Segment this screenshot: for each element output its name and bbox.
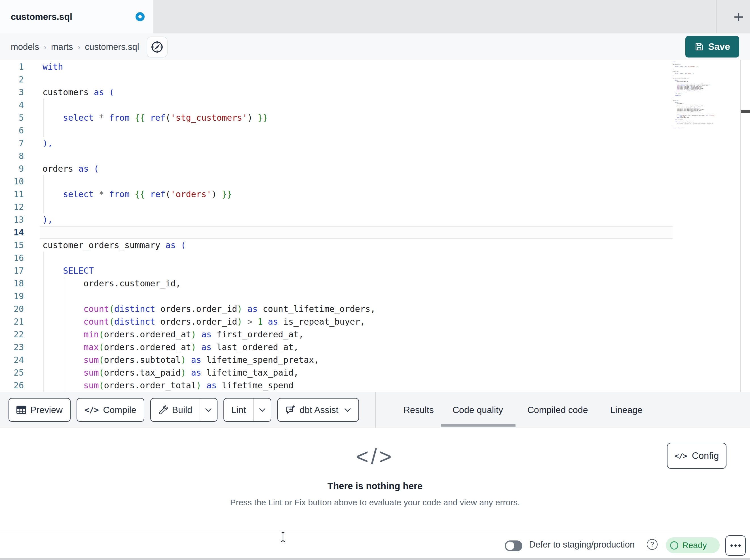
compass-icon [150, 40, 164, 54]
code-line-text: count(distinct orders.order_id) as count… [42, 303, 375, 315]
file-tab-customers-sql[interactable]: customers.sql [0, 0, 153, 34]
compass-button[interactable] [146, 37, 167, 58]
code-line-text: orders as ( [42, 162, 99, 175]
new-tab-button[interactable]: + [733, 8, 744, 25]
code-line[interactable]: 7), [0, 137, 750, 149]
code-line[interactable]: 22 min(orders.ordered_at) as first_order… [0, 328, 750, 341]
code-line[interactable]: 17 SELECT [0, 264, 750, 277]
line-number: 24 [0, 353, 24, 366]
code-line[interactable]: 20 count(distinct orders.order_id) as co… [0, 303, 750, 315]
help-glyph: ? [650, 540, 654, 548]
code-line[interactable]: 18 orders.customer_id, [0, 277, 750, 290]
code-line[interactable]: 2 [0, 73, 750, 86]
code-brackets-icon: </> [84, 405, 99, 415]
build-button-label: Build [172, 405, 192, 415]
tab-code-quality[interactable]: Code quality [453, 405, 503, 415]
line-number: 13 [0, 213, 24, 226]
code-line-text: max(orders.ordered_at) as last_ordered_a… [42, 341, 299, 353]
code-line[interactable]: 5 select * from {{ ref('stg_customers') … [0, 111, 750, 124]
code-line[interactable]: 12 [0, 201, 750, 213]
tab-lineage[interactable]: Lineage [610, 405, 643, 415]
toggle-knob [506, 542, 514, 550]
code-line[interactable]: 25 sum(orders.tax_paid) as lifetime_tax_… [0, 366, 750, 379]
code-line[interactable]: 6 [0, 124, 750, 137]
tab-strip: customers.sql + [0, 0, 750, 34]
line-number: 16 [0, 251, 24, 264]
code-quality-panel: </> There is nothing here Press the Lint… [0, 428, 750, 531]
code-line-text: count(distinct orders.order_id) > 1 as i… [42, 315, 365, 328]
code-line-text: sum(orders.subtotal) as lifetime_spend_p… [42, 353, 319, 366]
code-line[interactable]: 21 count(distinct orders.order_id) > 1 a… [0, 315, 750, 328]
code-line[interactable]: 14 [0, 226, 750, 239]
code-line[interactable]: 16 [0, 251, 750, 264]
line-number: 19 [0, 290, 24, 303]
empty-state: </> There is nothing here Press the Lint… [177, 444, 574, 507]
breadcrumb-marts[interactable]: marts [51, 42, 73, 52]
tab-compiled-code[interactable]: Compiled code [528, 405, 588, 415]
line-number: 22 [0, 328, 24, 341]
code-line-text: SELECT [42, 264, 94, 277]
code-line-text: ), [42, 213, 53, 226]
indent-guide [43, 175, 44, 213]
code-line[interactable]: 4 [0, 99, 750, 111]
code-line[interactable]: 13), [0, 213, 750, 226]
code-line[interactable]: 3customers as ( [0, 86, 750, 99]
status-bar: Defer to staging/production ? Ready [0, 531, 750, 560]
config-button[interactable]: </> Config [667, 443, 727, 469]
breadcrumb-models[interactable]: models [11, 42, 39, 52]
breadcrumb-file: customers.sql [85, 42, 139, 52]
line-number: 20 [0, 303, 24, 315]
indent-guide [43, 99, 44, 137]
defer-toggle[interactable] [505, 540, 522, 551]
code-editor[interactable]: 1with23customers as (45 select * from {{… [0, 60, 750, 392]
minimap-content: with customers as ( select * from {{ ref… [673, 61, 717, 129]
text-cursor-icon [280, 532, 286, 543]
dbt-assist-button[interactable]: dbt Assist [277, 398, 359, 422]
line-number: 6 [0, 124, 24, 137]
code-line[interactable]: 8 [0, 149, 750, 162]
code-line-text: min(orders.ordered_at) as first_ordered_… [42, 328, 304, 341]
lint-dropdown-button[interactable] [254, 398, 271, 421]
scrollbar-thumb[interactable] [741, 110, 750, 113]
code-line[interactable]: 9orders as ( [0, 162, 750, 175]
preview-button-label: Preview [30, 405, 63, 415]
line-number: 17 [0, 264, 24, 277]
line-number: 11 [0, 188, 24, 201]
build-split-button[interactable]: Build [150, 398, 217, 422]
line-number: 26 [0, 379, 24, 392]
tab-results[interactable]: Results [403, 405, 434, 415]
help-icon[interactable]: ? [647, 539, 657, 550]
breadcrumb-bar: models › marts › customers.sql Save [0, 34, 750, 60]
build-dropdown-button[interactable] [200, 398, 217, 421]
code-line[interactable]: 10 [0, 175, 750, 188]
line-number: 9 [0, 162, 24, 175]
more-options-button[interactable] [725, 535, 746, 556]
unsaved-changes-dot-icon [136, 12, 145, 21]
code-line[interactable]: 1with [0, 60, 750, 73]
code-line[interactable]: 23 max(orders.ordered_at) as last_ordere… [0, 341, 750, 353]
code-line-text: select * from {{ ref('stg_customers') }} [42, 111, 268, 124]
save-floppy-icon [694, 42, 704, 51]
ellipsis-icon [730, 544, 733, 547]
line-number: 15 [0, 239, 24, 251]
editor-toolbar: Preview </> Compile Build Lint [0, 392, 750, 428]
code-line[interactable]: 11 select * from {{ ref('orders') }} [0, 188, 750, 201]
save-button[interactable]: Save [685, 36, 739, 58]
lint-split-button[interactable]: Lint [223, 398, 271, 422]
defer-label: Defer to staging/production [529, 540, 635, 550]
preview-button[interactable]: Preview [8, 398, 71, 422]
chevron-down-icon [344, 408, 351, 412]
code-line[interactable]: 19 [0, 290, 750, 303]
compile-button[interactable]: </> Compile [77, 398, 144, 422]
code-line-text: customer_orders_summary as ( [42, 239, 186, 251]
save-button-label: Save [708, 41, 730, 52]
code-line[interactable]: 24 sum(orders.subtotal) as lifetime_spen… [0, 353, 750, 366]
code-line-text: ), [42, 137, 53, 149]
minimap[interactable]: with customers as ( select * from {{ ref… [673, 61, 717, 132]
code-line[interactable]: 26 sum(orders.order_total) as lifetime_s… [0, 379, 750, 392]
assist-chat-sparkle-icon [285, 405, 295, 415]
wrench-icon [158, 405, 168, 415]
indent-guide [43, 251, 44, 392]
code-line[interactable]: 15customer_orders_summary as ( [0, 239, 750, 251]
line-number: 4 [0, 99, 24, 111]
